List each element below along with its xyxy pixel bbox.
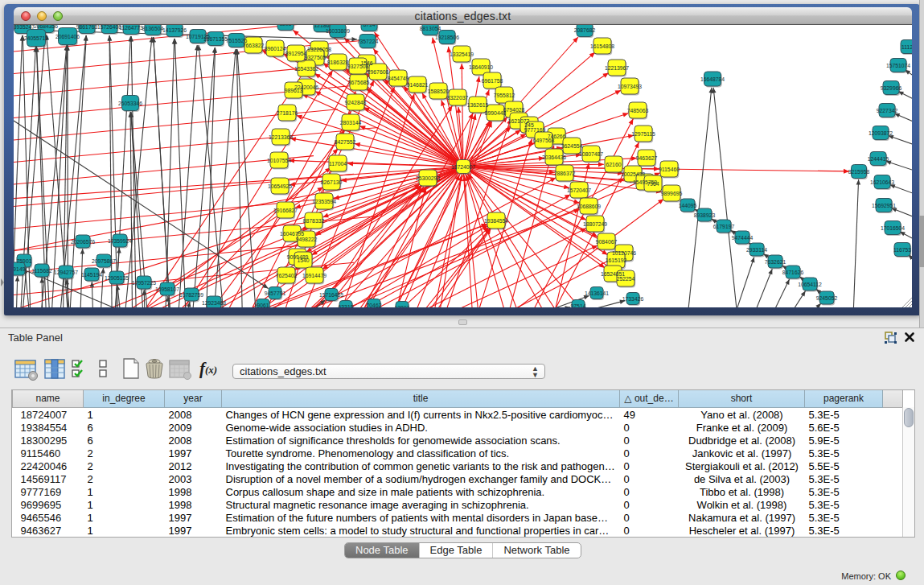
svg-text:16210643: 16210643 bbox=[870, 179, 894, 185]
svg-text:16154808: 16154808 bbox=[590, 43, 614, 49]
svg-text:62160: 62160 bbox=[606, 162, 622, 167]
svg-text:9861763: 9861763 bbox=[76, 25, 98, 30]
svg-text:8427552: 8427552 bbox=[335, 139, 356, 145]
svg-text:9457791: 9457791 bbox=[265, 290, 286, 296]
svg-text:20975867: 20975867 bbox=[92, 258, 116, 264]
svg-text:2933114: 2933114 bbox=[746, 247, 767, 253]
svg-text:7625402: 7625402 bbox=[276, 273, 298, 278]
svg-text:3624554: 3624554 bbox=[561, 143, 583, 149]
svg-text:8454749: 8454749 bbox=[388, 76, 409, 81]
svg-text:12093872: 12093872 bbox=[869, 130, 893, 136]
svg-text:8186328: 8186328 bbox=[327, 60, 349, 65]
svg-text:18724007: 18724007 bbox=[451, 164, 475, 170]
svg-text:9146821: 9146821 bbox=[407, 82, 429, 88]
svg-text:7357224: 7357224 bbox=[357, 39, 379, 44]
svg-text:9061: 9061 bbox=[257, 303, 269, 308]
svg-text:70462: 70462 bbox=[367, 303, 382, 308]
svg-text:117004: 117004 bbox=[329, 161, 347, 167]
svg-text:10958107: 10958107 bbox=[155, 286, 179, 292]
svg-text:8322037: 8322037 bbox=[447, 95, 469, 101]
svg-text:20364436: 20364436 bbox=[542, 154, 566, 160]
svg-text:15692951: 15692951 bbox=[872, 203, 896, 208]
svg-text:12942757: 12942757 bbox=[54, 270, 78, 275]
svg-text:9899695: 9899695 bbox=[661, 191, 683, 196]
svg-text:13325419: 13325419 bbox=[450, 51, 474, 57]
svg-text:116753: 116753 bbox=[893, 247, 911, 253]
svg-text:15720407: 15720407 bbox=[567, 187, 591, 193]
svg-text:39149: 39149 bbox=[14, 266, 26, 272]
svg-text:9084067: 9084067 bbox=[596, 239, 618, 245]
svg-text:9329966: 9329966 bbox=[881, 85, 902, 91]
svg-text:2087682: 2087682 bbox=[574, 27, 596, 33]
svg-text:9498222: 9498222 bbox=[296, 237, 318, 242]
svg-text:144095: 144095 bbox=[679, 203, 697, 208]
svg-text:17957225: 17957225 bbox=[132, 280, 156, 286]
svg-text:8714: 8714 bbox=[363, 25, 375, 27]
svg-text:7663822: 7663822 bbox=[243, 43, 265, 48]
svg-text:12353594: 12353594 bbox=[312, 199, 336, 204]
svg-text:6179197: 6179197 bbox=[713, 224, 735, 229]
svg-text:10654925: 10654925 bbox=[268, 183, 292, 189]
svg-text:18807249: 18807249 bbox=[583, 221, 607, 227]
svg-text:9463627: 9463627 bbox=[636, 155, 658, 161]
svg-text:8136504: 8136504 bbox=[142, 26, 164, 31]
svg-text:2718176: 2718176 bbox=[277, 110, 298, 116]
svg-text:97514: 97514 bbox=[571, 303, 586, 308]
svg-text:19384554: 19384554 bbox=[484, 218, 508, 224]
svg-text:8960124: 8960124 bbox=[265, 46, 286, 51]
svg-text:9245052: 9245052 bbox=[816, 295, 838, 301]
svg-text:15716485: 15716485 bbox=[319, 292, 343, 298]
svg-text:10120746: 10120746 bbox=[612, 250, 636, 256]
svg-text:6794028: 6794028 bbox=[503, 107, 525, 113]
svg-text:1733426: 1733426 bbox=[622, 296, 644, 302]
svg-text:10025438: 10025438 bbox=[621, 171, 645, 177]
svg-text:10688609: 10688609 bbox=[577, 204, 601, 209]
svg-text:11124: 11124 bbox=[901, 44, 912, 50]
svg-text:16543362: 16543362 bbox=[294, 66, 318, 72]
svg-text:1115682: 1115682 bbox=[31, 268, 52, 274]
svg-text:7955812: 7955812 bbox=[494, 93, 515, 98]
svg-text:7632621: 7632621 bbox=[765, 259, 786, 265]
svg-text:9777169: 9777169 bbox=[524, 127, 546, 133]
svg-text:1362615: 1362615 bbox=[467, 102, 489, 108]
svg-text:6497568: 6497568 bbox=[533, 138, 555, 143]
svg-text:8878332: 8878332 bbox=[303, 218, 325, 224]
svg-text:9327508: 9327508 bbox=[347, 64, 369, 69]
svg-text:12213967: 12213967 bbox=[605, 65, 629, 71]
svg-text:1244415: 1244415 bbox=[868, 156, 889, 162]
svg-text:16914479: 16914479 bbox=[302, 273, 326, 278]
svg-text:7964: 7964 bbox=[647, 181, 659, 187]
svg-text:9115460: 9115460 bbox=[659, 167, 680, 172]
svg-text:8471626: 8471626 bbox=[782, 270, 804, 275]
svg-text:14136141: 14136141 bbox=[585, 290, 609, 296]
svg-text:26053346: 26053346 bbox=[118, 101, 142, 106]
svg-text:9474444: 9474444 bbox=[732, 235, 754, 241]
svg-text:15726408: 15726408 bbox=[97, 25, 121, 30]
svg-text:989613: 989613 bbox=[285, 88, 303, 93]
svg-text:8938923: 8938923 bbox=[694, 212, 716, 218]
svg-text:8267130: 8267130 bbox=[321, 179, 343, 185]
svg-text:7485063: 7485063 bbox=[627, 108, 649, 113]
svg-text:18935247: 18935247 bbox=[14, 25, 35, 30]
svg-text:16671355: 16671355 bbox=[203, 36, 228, 42]
svg-text:10807487: 10807487 bbox=[579, 151, 603, 157]
svg-text:8912954: 8912954 bbox=[285, 51, 307, 56]
svg-text:10973493: 10973493 bbox=[618, 84, 642, 89]
svg-text:14137926: 14137926 bbox=[162, 27, 187, 33]
svg-text:7886372: 7886372 bbox=[554, 171, 576, 176]
svg-text:19166827: 19166827 bbox=[273, 208, 298, 213]
svg-text:19218506: 19218506 bbox=[435, 35, 459, 40]
svg-text:16033809: 16033809 bbox=[326, 28, 350, 34]
svg-text:3675685: 3675685 bbox=[348, 80, 370, 85]
svg-text:8215958: 8215958 bbox=[848, 169, 870, 175]
svg-text:2967608: 2967608 bbox=[368, 69, 389, 75]
svg-text:10654112: 10654112 bbox=[798, 282, 822, 287]
svg-text:24055713: 24055713 bbox=[24, 35, 48, 41]
svg-text:12923468: 12923468 bbox=[202, 300, 226, 306]
svg-text:12213369: 12213369 bbox=[269, 134, 293, 140]
svg-text:20684356: 20684356 bbox=[34, 25, 58, 29]
svg-text:11264773: 11264773 bbox=[119, 25, 143, 31]
svg-text:18640910: 18640910 bbox=[469, 64, 493, 70]
svg-text:1540: 1540 bbox=[297, 257, 309, 263]
svg-text:1145194: 1145194 bbox=[81, 272, 102, 278]
